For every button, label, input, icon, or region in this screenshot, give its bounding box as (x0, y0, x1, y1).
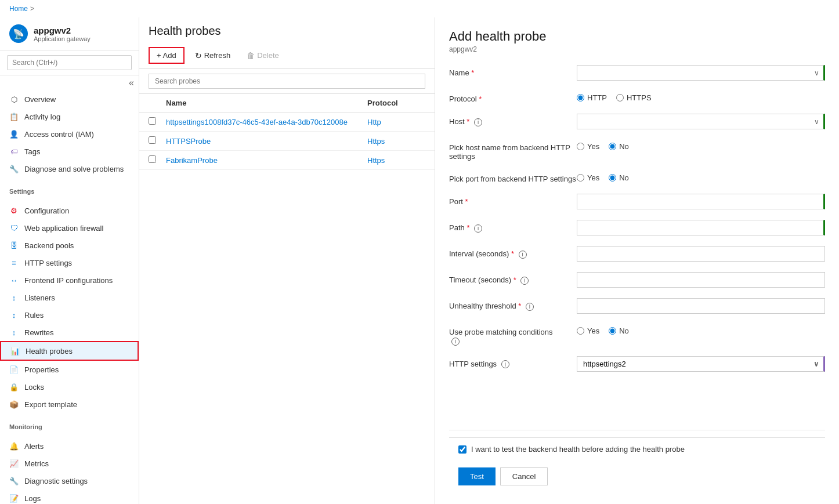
use-probe-no-label: No (619, 327, 629, 335)
export-template-icon: 📦 (9, 400, 19, 409)
sidebar-item-access-control[interactable]: 👤 Access control (IAM) (0, 125, 139, 143)
form-row-path: Path * i /health.html (449, 220, 825, 235)
http-settings-label: HTTP settings i (449, 356, 577, 369)
sidebar-item-backend-pools[interactable]: 🗄 Backend pools (0, 237, 139, 254)
add-button[interactable]: + Add (149, 47, 185, 64)
sidebar-item-rules-label: Rules (24, 311, 44, 320)
sidebar-item-logs[interactable]: 📝 Logs (0, 490, 139, 504)
sidebar-item-configuration[interactable]: ⚙ Configuration (0, 202, 139, 219)
search-input[interactable] (7, 55, 132, 70)
toolbar: + Add ↻ Refresh 🗑 Delete (139, 42, 435, 69)
monitoring-section-label: Monitoring (0, 418, 139, 433)
frontend-ip-icon: ↔ (9, 275, 19, 285)
sidebar-item-web-application-firewall[interactable]: 🛡 Web application firewall (0, 219, 139, 237)
test-backend-checkbox[interactable] (458, 445, 466, 454)
cancel-button[interactable]: Cancel (500, 467, 548, 485)
row-name-3[interactable]: FabrikamProbe (166, 156, 367, 165)
sidebar-item-access-control-label: Access control (IAM) (24, 130, 94, 139)
sidebar-item-export-template[interactable]: 📦 Export template (0, 396, 139, 413)
sidebar-title: appgwv2 (34, 26, 91, 35)
app-icon: 📡 (9, 24, 28, 43)
http-settings-select[interactable]: httpsettings2 (577, 356, 825, 372)
port-input[interactable]: 8080 (577, 194, 825, 209)
pick-port-yes-radio[interactable] (577, 174, 584, 182)
metrics-icon: 📈 (9, 459, 19, 468)
row-name-1[interactable]: httpsettings1008fd37c-46c5-43ef-ae4a-3db… (166, 118, 367, 126)
sidebar-item-metrics[interactable]: 📈 Metrics (0, 455, 139, 472)
alerts-icon: 🔔 (9, 441, 19, 451)
pick-port-yes-option[interactable]: Yes (577, 173, 599, 182)
use-probe-radio-group: Yes No (577, 324, 825, 335)
sidebar-item-logs-label: Logs (24, 494, 41, 503)
sidebar-item-locks[interactable]: 🔒 Locks (0, 378, 139, 396)
list-panel: Health probes + Add ↻ Refresh 🗑 Delete N… (139, 17, 435, 504)
sidebar-item-health-probes[interactable]: 📊 Health probes (0, 341, 139, 361)
pick-port-no-radio[interactable] (609, 174, 616, 182)
sidebar-item-diagnose[interactable]: 🔧 Diagnose and solve problems (0, 160, 139, 177)
sidebar-item-tags[interactable]: 🏷 Tags (0, 143, 139, 160)
row-checkbox-3[interactable] (149, 155, 166, 165)
sidebar-item-diagnostic-settings-label: Diagnostic settings (24, 477, 88, 485)
test-button[interactable]: Test (458, 467, 496, 485)
sidebar-item-diagnose-label: Diagnose and solve problems (24, 165, 124, 173)
checkbox-1[interactable] (149, 117, 156, 125)
breadcrumb-home[interactable]: Home (9, 5, 28, 13)
sidebar-item-frontend-ip[interactable]: ↔ Frontend IP configurations (0, 271, 139, 289)
row-name-2[interactable]: HTTPSProbe (166, 137, 367, 146)
pick-host-no-option[interactable]: No (609, 142, 629, 151)
checkbox-3[interactable] (149, 155, 156, 163)
sidebar-item-rules[interactable]: ↕ Rules (0, 306, 139, 324)
use-probe-yes-label: Yes (587, 327, 599, 335)
host-input[interactable]: www.contoso.com (577, 114, 825, 129)
sidebar-item-locks-label: Locks (24, 383, 44, 391)
row-checkbox-1[interactable] (149, 117, 166, 126)
protocol-http-radio[interactable] (577, 94, 584, 101)
sidebar-collapse-button[interactable]: « (129, 78, 134, 88)
pick-port-no-option[interactable]: No (609, 173, 629, 182)
interval-input[interactable]: 30 (577, 246, 825, 262)
delete-button[interactable]: 🗑 Delete (241, 48, 285, 63)
sidebar-item-listeners[interactable]: ↕ Listeners (0, 289, 139, 306)
sidebar-item-alerts[interactable]: 🔔 Alerts (0, 437, 139, 455)
form-row-interval: Interval (seconds) * i 30 (449, 246, 825, 262)
tags-icon: 🏷 (9, 147, 19, 156)
refresh-button[interactable]: ↻ Refresh (189, 48, 237, 63)
protocol-https-radio[interactable] (616, 94, 624, 101)
use-probe-yes-radio[interactable] (577, 327, 584, 335)
sidebar-item-activity-log[interactable]: 📋 Activity log (0, 108, 139, 125)
sidebar-item-properties[interactable]: 📄 Properties (0, 361, 139, 378)
pick-host-no-radio[interactable] (609, 143, 616, 150)
pick-host-yes-option[interactable]: Yes (577, 142, 599, 151)
properties-icon: 📄 (9, 365, 19, 374)
host-control: www.contoso.com (577, 114, 825, 129)
row-protocol-2[interactable]: Https (367, 137, 425, 146)
checkbox-2[interactable] (149, 136, 156, 144)
timeout-input[interactable]: 30 (577, 272, 825, 288)
use-probe-no-radio[interactable] (609, 327, 616, 335)
protocol-https-option[interactable]: HTTPS (616, 93, 652, 102)
unhealthy-threshold-input[interactable]: 3 (577, 298, 825, 314)
protocol-http-option[interactable]: HTTP (577, 93, 607, 102)
port-label: Port * (449, 194, 577, 206)
row-protocol-3[interactable]: Https (367, 156, 425, 165)
row-protocol-1[interactable]: Http (367, 118, 425, 126)
path-info-icon: i (474, 224, 482, 233)
use-probe-no-option[interactable]: No (609, 327, 629, 335)
sidebar-item-rewrites[interactable]: ↕ Rewrites (0, 324, 139, 341)
host-required: * (466, 117, 469, 126)
path-input[interactable]: /health.html (577, 220, 825, 235)
path-control: /health.html (577, 220, 825, 235)
timeout-label: Timeout (seconds) * i (449, 272, 577, 285)
name-input[interactable]: ContosoProbe (577, 65, 825, 81)
sidebar-item-http-settings[interactable]: ≡ HTTP settings (0, 254, 139, 271)
use-probe-yes-option[interactable]: Yes (577, 327, 599, 335)
sidebar-item-diagnostic-settings[interactable]: 🔧 Diagnostic settings (0, 472, 139, 490)
search-probes-input[interactable] (149, 74, 425, 89)
sidebar-item-rewrites-label: Rewrites (24, 328, 54, 337)
row-checkbox-2[interactable] (149, 136, 166, 146)
use-probe-info-icon: i (451, 338, 460, 346)
sidebar-item-overview[interactable]: ⬡ Overview (0, 90, 139, 108)
host-label: Host * i (449, 114, 577, 126)
pick-host-yes-radio[interactable] (577, 143, 584, 150)
timeout-info-icon: i (520, 277, 529, 285)
